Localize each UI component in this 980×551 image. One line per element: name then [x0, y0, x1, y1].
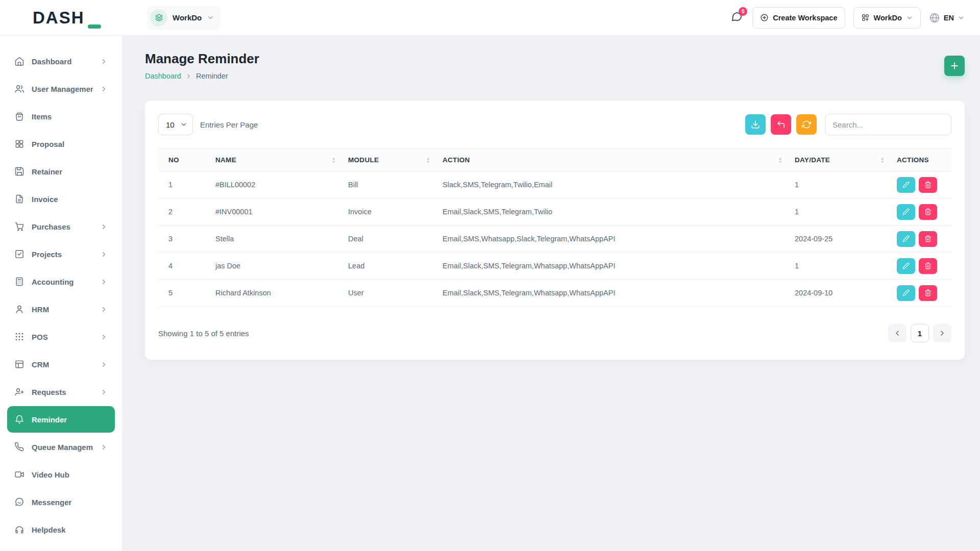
add-reminder-button[interactable]: [944, 56, 965, 76]
chevron-down-icon: [180, 121, 187, 128]
export-button[interactable]: [745, 114, 766, 135]
delete-button[interactable]: [919, 258, 937, 274]
column-header-day-date[interactable]: DAY/DATE▲▼: [789, 149, 891, 171]
workspace-selector[interactable]: WorkDo: [147, 6, 220, 30]
table-row: 4 jas Doe Lead Email,Slack,SMS,Telegram,…: [158, 253, 951, 280]
reminder-table: NO NAME▲▼ MODULE▲▼ ACTION▲▼ DAY/DATE▲▼ A…: [158, 148, 951, 307]
cell-name: #INV00001: [209, 198, 342, 226]
chevron-right-icon: [100, 361, 108, 368]
sidebar-item-video-hub[interactable]: Video Hub: [7, 461, 115, 488]
bell-icon: [14, 414, 24, 424]
cell-day-date: 2024-09-10: [789, 280, 891, 307]
breadcrumb-dashboard-link[interactable]: Dashboard: [145, 72, 181, 80]
cell-action: Email,Slack,SMS,Telegram,Whatsapp,WhatsA…: [436, 280, 789, 307]
pagination-page-1-button[interactable]: 1: [911, 324, 929, 342]
delete-button[interactable]: [919, 285, 937, 301]
language-label: EN: [944, 14, 954, 22]
sidebar-item-helpdesk[interactable]: Helpdesk: [7, 516, 115, 543]
refresh-button[interactable]: [796, 114, 817, 135]
language-selector[interactable]: EN: [929, 12, 965, 23]
sidebar-item-queue-management[interactable]: Queue Management: [7, 434, 115, 460]
reminder-table-card: 10 Entries Per Page: [145, 101, 965, 360]
header-actions: 0 Create Workspace WorkDo EN: [729, 7, 965, 29]
cell-module: User: [342, 280, 436, 307]
sort-icon: ▲▼: [332, 157, 336, 164]
cell-no: 2: [158, 198, 209, 226]
calculator-icon: [14, 277, 24, 287]
cell-module: Deal: [342, 226, 436, 253]
pagination: 1: [888, 324, 951, 342]
chevron-right-icon: [100, 58, 108, 65]
sidebar-item-messenger[interactable]: Messenger: [7, 489, 115, 515]
cell-day-date: 1: [789, 171, 891, 198]
cell-name: Richard Atkinson: [209, 280, 342, 307]
entries-per-page-select[interactable]: 10: [158, 114, 193, 135]
cell-module: Lead: [342, 253, 436, 280]
edit-button[interactable]: [897, 258, 915, 274]
page-title: Manage Reminder: [145, 51, 259, 67]
grid-dots-icon: [14, 332, 24, 342]
column-header-actions: ACTIONS: [891, 149, 951, 171]
workspace-name: WorkDo: [173, 13, 202, 22]
sidebar-item-user-management[interactable]: User Management: [7, 76, 115, 102]
app-logo[interactable]: DASH: [0, 8, 122, 28]
delete-button[interactable]: [919, 204, 937, 220]
cell-action: Email,SMS,Whatsapp,Slack,Telegram,WhatsA…: [436, 226, 789, 253]
column-header-name[interactable]: NAME▲▼: [209, 149, 342, 171]
chevron-down-icon: [958, 14, 965, 21]
sort-icon: ▲▼: [426, 157, 430, 164]
cell-no: 5: [158, 280, 209, 307]
sidebar-item-crm[interactable]: CRM: [7, 351, 115, 378]
sidebar-item-proposal[interactable]: Proposal: [7, 131, 115, 157]
sidebar-item-retainer[interactable]: Retainer: [7, 158, 115, 185]
sidebar-item-accounting[interactable]: Accounting: [7, 268, 115, 295]
chat-badge: 0: [739, 7, 747, 16]
shopping-cart-icon: [14, 221, 24, 232]
cell-module: Bill: [342, 171, 436, 198]
pagination-prev-button[interactable]: [888, 324, 906, 342]
sidebar-item-purchases[interactable]: Purchases: [7, 213, 115, 240]
edit-button[interactable]: [897, 177, 915, 193]
entries-per-page-value: 10: [166, 120, 175, 129]
sidebar-item-items[interactable]: Items: [7, 103, 115, 130]
sidebar-item-requests[interactable]: Requests: [7, 379, 115, 405]
cell-name: #BILL00002: [209, 171, 342, 198]
page-header: Manage Reminder Dashboard Reminder: [145, 51, 965, 80]
sidebar-item-hrm[interactable]: HRM: [7, 296, 115, 322]
edit-button[interactable]: [897, 285, 915, 301]
create-workspace-label: Create Workspace: [773, 14, 837, 22]
column-header-module[interactable]: MODULE▲▼: [342, 149, 436, 171]
user-icon: [14, 304, 24, 314]
sidebar-item-reminder[interactable]: Reminder: [7, 406, 115, 433]
delete-button[interactable]: [919, 231, 937, 247]
breadcrumb: Dashboard Reminder: [145, 72, 259, 80]
account-menu-button[interactable]: WorkDo: [853, 7, 921, 29]
user-plus-icon: [14, 387, 24, 397]
plus-circle-icon: [760, 13, 769, 22]
search-input[interactable]: [825, 114, 951, 135]
check-square-icon: [14, 249, 24, 259]
create-workspace-button[interactable]: Create Workspace: [752, 7, 845, 29]
table-header-row: NO NAME▲▼ MODULE▲▼ ACTION▲▼ DAY/DATE▲▼ A…: [158, 149, 951, 171]
table-controls: 10 Entries Per Page: [158, 114, 951, 135]
sidebar-item-invoice[interactable]: Invoice: [7, 186, 115, 212]
chat-button[interactable]: 0: [729, 10, 744, 26]
pagination-next-button[interactable]: [933, 324, 951, 342]
delete-button[interactable]: [919, 177, 937, 193]
chevron-right-icon: [100, 251, 108, 258]
file-text-icon: [14, 194, 24, 204]
sidebar-item-dashboard[interactable]: Dashboard: [7, 48, 115, 74]
chevron-down-icon: [906, 14, 913, 21]
chevron-right-icon: [100, 443, 108, 451]
chevron-right-icon: [100, 85, 108, 93]
entries-per-page-label: Entries Per Page: [200, 120, 258, 129]
sidebar-item-projects[interactable]: Projects: [7, 241, 115, 267]
back-button[interactable]: [771, 114, 791, 135]
edit-button[interactable]: [897, 204, 915, 220]
breadcrumb-separator-icon: [185, 73, 192, 80]
column-header-action[interactable]: ACTION▲▼: [436, 149, 789, 171]
cell-day-date: 2024-09-25: [789, 226, 891, 253]
sort-icon: ▲▼: [880, 157, 885, 164]
sidebar-item-pos[interactable]: POS: [7, 323, 115, 350]
edit-button[interactable]: [897, 231, 915, 247]
